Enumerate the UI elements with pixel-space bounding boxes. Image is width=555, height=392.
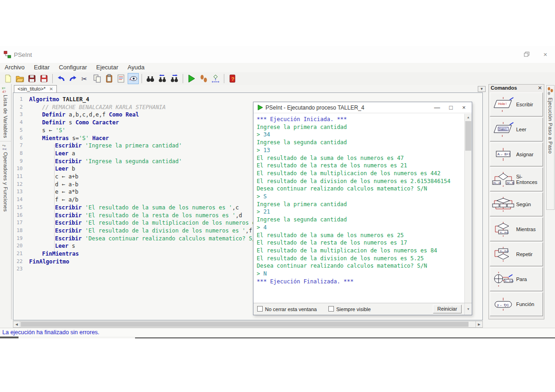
screenshot-canvas: PSeInt × ArchivoEditarConfigurarEjecutar…: [0, 0, 555, 392]
menu-configurar[interactable]: Configurar: [54, 63, 92, 71]
toolbar-separator: [224, 74, 224, 83]
no-cerrar-label: No cerrar esta ventana: [265, 306, 317, 312]
command-para-button[interactable]: A←A+1Para: [490, 267, 543, 291]
command-segun-button[interactable]: Según: [490, 192, 543, 216]
titlebar: PSeInt ×: [0, 46, 555, 63]
close-window-button[interactable]: ×: [541, 51, 549, 58]
console-line: Ingrese la primera cantidad: [257, 123, 465, 131]
search-button[interactable]: [145, 73, 156, 84]
cut-button[interactable]: ✂: [80, 73, 91, 84]
console-line: El resultado de la suma de los numeros e…: [257, 232, 465, 239]
run-button[interactable]: [186, 73, 197, 84]
line-number: 3: [13, 111, 25, 119]
sidebar-tab-operadores[interactable]: *+ =< Operadores y Funciones: [0, 141, 11, 212]
console-titlebar[interactable]: PSeInt - Ejecutando proceso TALLER_4 — □…: [253, 102, 472, 113]
command-leer-button[interactable]: Dato1Leer: [490, 117, 543, 141]
commands-panel: Comandos ✕ Hola !EscribirDato1LeerA ← B+…: [488, 84, 544, 319]
step-execution-tab[interactable]: Ejecución Paso a Paso: [546, 85, 555, 210]
draw-flowchart-button[interactable]: [210, 73, 221, 84]
console-scroll-thumb[interactable]: [465, 121, 471, 151]
menu-ejecutar[interactable]: Ejecutar: [92, 63, 123, 71]
highlight-source-button[interactable]: +: [128, 73, 139, 84]
no-cerrar-checkbox[interactable]: [257, 306, 263, 312]
syntax-check-button[interactable]: [116, 73, 127, 84]
console-maximize-button[interactable]: □: [446, 104, 456, 112]
tab-close-icon[interactable]: ✕: [49, 86, 53, 92]
command-escribir-button[interactable]: Hola !Escribir: [490, 92, 543, 116]
command-segun-label: Según: [516, 202, 531, 207]
help-icon: ?: [228, 74, 237, 83]
reiniciar-button[interactable]: Reiniciar: [433, 305, 462, 313]
scroll-left-arrow[interactable]: ◀: [13, 321, 20, 327]
tab-list-dropdown-button[interactable]: ▼: [478, 86, 486, 92]
search-next-button[interactable]: [169, 73, 180, 84]
draw-flowchart-icon: [211, 74, 220, 83]
commands-close-icon[interactable]: ✕: [538, 85, 542, 91]
sidebar-tab-variables[interactable]: x= 4? Lista de Variables: [0, 84, 11, 138]
console-line: Ingrese la primera cantidad: [257, 201, 465, 208]
command-si-entonces-label: Si-Entonces: [516, 174, 543, 185]
console-scroll-up-arrow[interactable]: ▲: [465, 114, 472, 121]
command-si-entonces-button[interactable]: [N←A][M←B]Si-Entonces: [490, 167, 543, 191]
command-mientras-button[interactable]: A←A+1Mientras: [490, 217, 543, 241]
scroll-right-arrow[interactable]: ▶: [475, 321, 482, 327]
console-footer: No cerrar esta ventana Siempre visible R…: [253, 303, 472, 315]
command-leer-label: Leer: [516, 127, 526, 132]
copy-icon: [92, 74, 102, 83]
console-scroll-down-arrow[interactable]: ▼: [464, 303, 472, 315]
save-button[interactable]: [26, 73, 37, 84]
command-escribir-label: Escribir: [516, 102, 533, 107]
console-vscrollbar[interactable]: ▲: [464, 114, 472, 304]
step-execution-label: Ejecución Paso a Paso: [548, 98, 553, 154]
copy-button[interactable]: [92, 73, 103, 84]
menu-archivo[interactable]: Archivo: [0, 63, 29, 71]
new-file-button[interactable]: [2, 73, 13, 84]
console-line: El resultado de la division de los numer…: [257, 178, 465, 185]
window-bottom-border-right: [135, 337, 555, 338]
menu-ayuda[interactable]: Ayuda: [123, 63, 149, 71]
run-step-button[interactable]: [198, 73, 209, 84]
help-button[interactable]: ?: [227, 73, 238, 84]
hscroll-thumb[interactable]: [21, 322, 469, 327]
search-next-icon: [170, 74, 179, 83]
console-line: El resultado de la suma de los numeros e…: [257, 154, 465, 162]
svg-text:A←A+1: A←A+1: [505, 280, 514, 282]
command-asignar-button[interactable]: A ← B+1Asignar: [490, 142, 543, 166]
leer-flowchart-icon: Dato1: [492, 122, 514, 137]
undo-button[interactable]: [56, 73, 67, 84]
console-close-button[interactable]: ×: [459, 104, 469, 112]
svg-text:4?: 4?: [2, 90, 6, 93]
line-number: 4: [13, 119, 25, 127]
line-number: 9: [13, 158, 25, 165]
search-prev-button[interactable]: [157, 73, 168, 84]
restore-window-button[interactable]: [523, 51, 531, 58]
line-number: 2: [13, 104, 25, 111]
command-repetir-button[interactable]: A←A+1Repetir: [490, 242, 543, 266]
line-number: 22: [13, 258, 25, 266]
paste-button[interactable]: [104, 73, 115, 84]
editor-hscrollbar[interactable]: ◀ ▶: [13, 321, 483, 328]
line-number: 15: [13, 204, 25, 212]
line-number: 18: [13, 227, 25, 235]
line-number: 12: [13, 181, 25, 189]
command-funcion-button[interactable]: y ← f(x)Función: [490, 292, 543, 316]
console-line: > N: [257, 270, 465, 278]
svg-text:=<: =<: [2, 147, 7, 151]
open-file-button[interactable]: [14, 73, 25, 84]
search-prev-icon: [158, 74, 167, 83]
toolbar-separator: [52, 74, 53, 83]
menu-editar[interactable]: Editar: [29, 63, 54, 71]
svg-text:?: ?: [231, 76, 234, 82]
console-line: > 34: [257, 131, 465, 139]
console-line: Desea continuar realizando calculos mate…: [257, 185, 465, 193]
siempre-visible-checkbox[interactable]: [328, 306, 334, 312]
svg-text:A ← B+1: A ← B+1: [498, 153, 511, 156]
console-line: Ingrese la segunda cantidad: [257, 139, 465, 147]
variables-icon: x= 4?: [2, 86, 9, 93]
save-icon: [27, 74, 37, 83]
footprints-icon: [547, 87, 554, 96]
console-minimize-button[interactable]: —: [432, 104, 442, 112]
redo-button[interactable]: [68, 73, 79, 84]
tab-sin-titulo[interactable]: <sin_titulo>*✕: [14, 85, 57, 93]
save-all-button[interactable]: [38, 73, 49, 84]
